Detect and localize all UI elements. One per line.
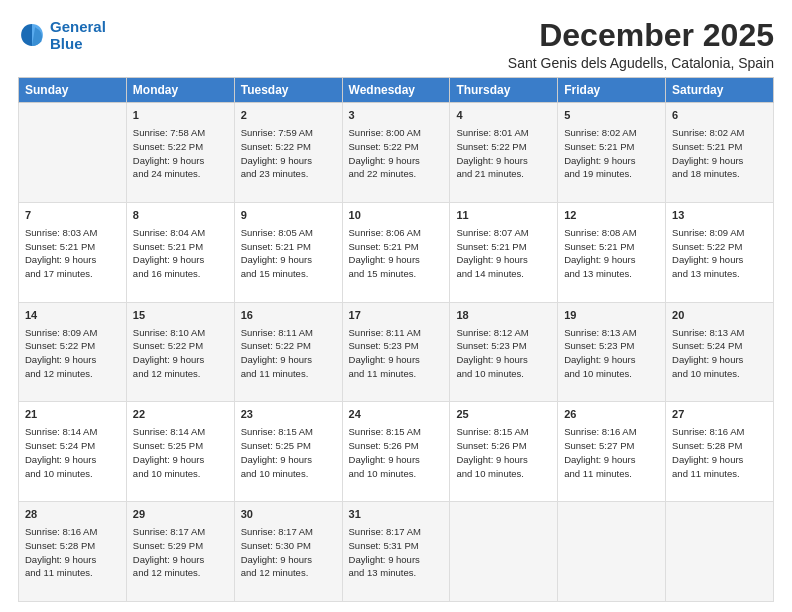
- day-info: and 11 minutes.: [25, 566, 120, 580]
- day-info: Daylight: 9 hours: [564, 154, 659, 168]
- day-cell: 12Sunrise: 8:08 AMSunset: 5:21 PMDayligh…: [558, 202, 666, 302]
- day-info: Sunrise: 8:07 AM: [456, 226, 551, 240]
- day-info: Sunrise: 8:11 AM: [241, 326, 336, 340]
- logo: General Blue: [18, 18, 106, 53]
- day-info: Sunset: 5:22 PM: [456, 140, 551, 154]
- col-header-wednesday: Wednesday: [342, 78, 450, 103]
- day-info: Daylight: 9 hours: [672, 453, 767, 467]
- day-info: and 13 minutes.: [349, 566, 444, 580]
- day-info: Sunset: 5:31 PM: [349, 539, 444, 553]
- week-row-1: 1Sunrise: 7:58 AMSunset: 5:22 PMDaylight…: [19, 103, 774, 203]
- day-number: 24: [349, 407, 444, 423]
- day-info: Sunrise: 8:03 AM: [25, 226, 120, 240]
- day-info: Sunrise: 8:14 AM: [25, 425, 120, 439]
- day-cell: 29Sunrise: 8:17 AMSunset: 5:29 PMDayligh…: [126, 502, 234, 602]
- day-cell: 9Sunrise: 8:05 AMSunset: 5:21 PMDaylight…: [234, 202, 342, 302]
- day-info: Daylight: 9 hours: [564, 353, 659, 367]
- day-info: and 19 minutes.: [564, 167, 659, 181]
- col-header-tuesday: Tuesday: [234, 78, 342, 103]
- title-area: December 2025 Sant Genis dels Agudells, …: [508, 18, 774, 71]
- main-title: December 2025: [508, 18, 774, 53]
- day-info: Daylight: 9 hours: [133, 353, 228, 367]
- day-info: Sunset: 5:26 PM: [456, 439, 551, 453]
- day-cell: 25Sunrise: 8:15 AMSunset: 5:26 PMDayligh…: [450, 402, 558, 502]
- day-number: 1: [133, 108, 228, 124]
- day-number: 12: [564, 208, 659, 224]
- day-info: and 15 minutes.: [241, 267, 336, 281]
- day-info: Sunset: 5:21 PM: [349, 240, 444, 254]
- day-info: Sunset: 5:21 PM: [133, 240, 228, 254]
- day-info: Sunset: 5:28 PM: [25, 539, 120, 553]
- day-info: Sunrise: 8:09 AM: [25, 326, 120, 340]
- day-info: Sunset: 5:29 PM: [133, 539, 228, 553]
- day-cell: [450, 502, 558, 602]
- day-info: Daylight: 9 hours: [672, 353, 767, 367]
- day-info: Sunrise: 7:59 AM: [241, 126, 336, 140]
- day-info: and 11 minutes.: [564, 467, 659, 481]
- col-header-thursday: Thursday: [450, 78, 558, 103]
- day-info: Sunrise: 8:14 AM: [133, 425, 228, 439]
- day-cell: 3Sunrise: 8:00 AMSunset: 5:22 PMDaylight…: [342, 103, 450, 203]
- day-number: 21: [25, 407, 120, 423]
- day-info: Sunrise: 8:15 AM: [456, 425, 551, 439]
- day-info: and 12 minutes.: [25, 367, 120, 381]
- day-info: Daylight: 9 hours: [672, 154, 767, 168]
- day-number: 22: [133, 407, 228, 423]
- day-info: Sunrise: 8:17 AM: [133, 525, 228, 539]
- day-info: and 11 minutes.: [349, 367, 444, 381]
- day-number: 29: [133, 507, 228, 523]
- day-info: Sunset: 5:22 PM: [672, 240, 767, 254]
- col-header-monday: Monday: [126, 78, 234, 103]
- day-cell: 8Sunrise: 8:04 AMSunset: 5:21 PMDaylight…: [126, 202, 234, 302]
- day-number: 10: [349, 208, 444, 224]
- day-info: and 10 minutes.: [25, 467, 120, 481]
- day-info: Sunset: 5:21 PM: [241, 240, 336, 254]
- day-cell: 19Sunrise: 8:13 AMSunset: 5:23 PMDayligh…: [558, 302, 666, 402]
- day-number: 13: [672, 208, 767, 224]
- day-number: 8: [133, 208, 228, 224]
- day-info: and 14 minutes.: [456, 267, 551, 281]
- day-info: Daylight: 9 hours: [133, 553, 228, 567]
- day-cell: 1Sunrise: 7:58 AMSunset: 5:22 PMDaylight…: [126, 103, 234, 203]
- day-number: 15: [133, 308, 228, 324]
- day-info: Sunset: 5:23 PM: [456, 339, 551, 353]
- col-header-friday: Friday: [558, 78, 666, 103]
- day-info: and 12 minutes.: [133, 566, 228, 580]
- day-info: and 11 minutes.: [672, 467, 767, 481]
- day-info: Sunset: 5:24 PM: [672, 339, 767, 353]
- day-number: 14: [25, 308, 120, 324]
- day-cell: 4Sunrise: 8:01 AMSunset: 5:22 PMDaylight…: [450, 103, 558, 203]
- day-info: and 17 minutes.: [25, 267, 120, 281]
- day-info: Daylight: 9 hours: [456, 154, 551, 168]
- day-info: Daylight: 9 hours: [133, 453, 228, 467]
- day-number: 27: [672, 407, 767, 423]
- day-cell: 30Sunrise: 8:17 AMSunset: 5:30 PMDayligh…: [234, 502, 342, 602]
- day-info: Sunset: 5:22 PM: [133, 339, 228, 353]
- day-info: Sunset: 5:21 PM: [564, 240, 659, 254]
- col-header-sunday: Sunday: [19, 78, 127, 103]
- day-info: and 16 minutes.: [133, 267, 228, 281]
- day-info: Sunset: 5:30 PM: [241, 539, 336, 553]
- day-info: and 22 minutes.: [349, 167, 444, 181]
- day-info: Daylight: 9 hours: [456, 253, 551, 267]
- day-cell: 6Sunrise: 8:02 AMSunset: 5:21 PMDaylight…: [666, 103, 774, 203]
- day-number: 20: [672, 308, 767, 324]
- day-info: Sunrise: 8:09 AM: [672, 226, 767, 240]
- day-cell: 16Sunrise: 8:11 AMSunset: 5:22 PMDayligh…: [234, 302, 342, 402]
- day-info: Sunrise: 8:06 AM: [349, 226, 444, 240]
- day-info: Sunrise: 8:10 AM: [133, 326, 228, 340]
- day-info: Daylight: 9 hours: [25, 353, 120, 367]
- day-info: Daylight: 9 hours: [349, 453, 444, 467]
- day-info: Sunset: 5:23 PM: [564, 339, 659, 353]
- day-number: 11: [456, 208, 551, 224]
- day-cell: 26Sunrise: 8:16 AMSunset: 5:27 PMDayligh…: [558, 402, 666, 502]
- day-number: 25: [456, 407, 551, 423]
- day-number: 2: [241, 108, 336, 124]
- day-cell: 17Sunrise: 8:11 AMSunset: 5:23 PMDayligh…: [342, 302, 450, 402]
- day-info: and 10 minutes.: [349, 467, 444, 481]
- day-info: and 10 minutes.: [241, 467, 336, 481]
- day-info: Daylight: 9 hours: [241, 253, 336, 267]
- col-header-saturday: Saturday: [666, 78, 774, 103]
- day-info: Sunset: 5:21 PM: [672, 140, 767, 154]
- day-info: and 10 minutes.: [456, 467, 551, 481]
